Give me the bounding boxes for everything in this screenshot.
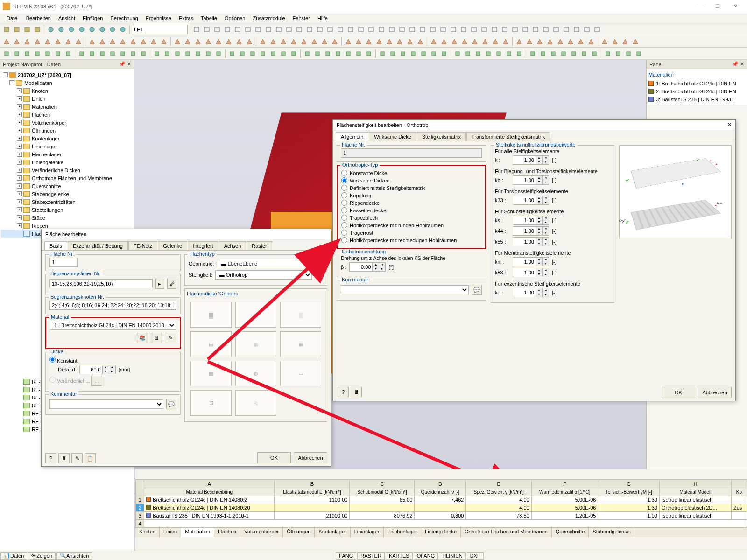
table-tab[interactable]: Flächenlager — [384, 528, 422, 537]
toolbar-button[interactable] — [620, 37, 630, 46]
ortho-radio[interactable]: Trapezblech — [341, 215, 481, 221]
toolbar-button[interactable] — [364, 49, 374, 58]
k44-spinner[interactable]: ▲▼◂▸ — [513, 226, 549, 236]
toolbar-button[interactable] — [128, 37, 138, 46]
toolbar-button[interactable] — [521, 25, 530, 34]
konstant-radio[interactable]: Konstant — [49, 357, 176, 364]
dicke-spinner[interactable]: ▲▼◂▸ — [79, 365, 116, 374]
ortho-radio[interactable]: Hohlkörperdecke mit rechteckigen Hohlräu… — [341, 237, 481, 243]
tree-item[interactable]: +Flächenlager — [1, 150, 133, 158]
tab-integriert[interactable]: Integriert — [188, 241, 218, 250]
toolbar-button[interactable] — [405, 37, 415, 46]
table-tab[interactable]: Volumenkörper — [240, 528, 283, 537]
toolbar-button[interactable] — [470, 37, 479, 46]
tree-item[interactable]: +Knotenlager — [1, 134, 133, 142]
toolbar-button[interactable] — [299, 37, 309, 46]
toolbar-button[interactable] — [590, 49, 599, 58]
thickness-thumb[interactable]: ▩ — [190, 361, 232, 386]
toolbar-button[interactable] — [610, 37, 620, 46]
toolbar-button[interactable] — [473, 49, 483, 58]
toolbar-button[interactable] — [87, 49, 97, 58]
tree-item[interactable]: +Flächen — [1, 111, 133, 119]
toolbar-button[interactable] — [77, 49, 86, 58]
begrenzungsknoten-input[interactable] — [49, 301, 176, 310]
menu-fenster[interactable]: Fenster — [289, 15, 314, 21]
tab-gelenke[interactable]: Gelenke — [158, 241, 187, 250]
ortho-radio[interactable]: Kopplung — [341, 192, 481, 198]
toolbar-button[interactable] — [344, 49, 353, 58]
toolbar-button[interactable] — [248, 49, 257, 58]
toolbar-button[interactable] — [460, 37, 469, 46]
table-tab[interactable]: Flächen — [214, 528, 240, 537]
toolbar-button[interactable] — [173, 49, 182, 58]
ortho-radio[interactable]: Trägerrost — [341, 230, 481, 236]
menu-optionen[interactable]: Optionen — [221, 15, 249, 21]
toolbar-button[interactable] — [234, 37, 244, 46]
tree-item[interactable]: +Liniengelenke — [1, 158, 133, 166]
toolbar-button[interactable] — [183, 49, 192, 58]
km-spinner[interactable]: ▲▼◂▸ — [513, 257, 549, 266]
toolbar-button[interactable] — [428, 25, 437, 34]
loadcase-combo[interactable]: LF1 — [132, 25, 188, 34]
toolbar-button[interactable] — [279, 49, 288, 58]
begrenzungslinien-input[interactable] — [49, 279, 153, 288]
calc-button[interactable]: 🖩 — [58, 453, 70, 463]
k-spinner[interactable]: ▲▼◂▸ — [513, 155, 549, 165]
toolbar-button[interactable] — [613, 49, 623, 58]
tree-item[interactable]: +Linien — [1, 95, 133, 103]
toolbar-button[interactable] — [243, 25, 253, 34]
toolbar-button[interactable] — [510, 25, 520, 34]
thickness-thumb[interactable]: ▥ — [235, 331, 276, 357]
toolbar-button[interactable] — [479, 25, 489, 34]
tree-item[interactable]: +Volumenkörper — [1, 119, 133, 126]
ks-spinner[interactable]: ▲▼◂▸ — [513, 216, 549, 225]
toolbar-button[interactable] — [429, 49, 438, 58]
snap-toggle[interactable]: HLINIEN — [439, 552, 465, 560]
k88-spinner[interactable]: ▲▼◂▸ — [513, 268, 549, 277]
toolbar-button[interactable] — [2, 25, 11, 34]
ok-button[interactable]: OK — [257, 452, 291, 463]
table-row[interactable]: 2 Brettschichtholz GL24c | DIN EN 14080:… — [136, 504, 747, 512]
thickness-thumb[interactable]: ▭ — [280, 361, 321, 386]
toolbar-button[interactable] — [398, 49, 408, 58]
menu-hilfe[interactable]: Hilfe — [314, 15, 331, 21]
close-button[interactable]: ✕ — [726, 1, 744, 12]
tab-exzentrizitaet[interactable]: Exzentrizität / Bettung — [68, 241, 128, 250]
minimize-button[interactable]: — — [691, 1, 709, 12]
toolbar-button[interactable] — [354, 49, 363, 58]
calc-button[interactable]: 🖩 — [351, 387, 362, 397]
toolbar-button[interactable] — [528, 49, 537, 58]
toolbar-button[interactable] — [274, 25, 283, 34]
toolbar-button[interactable] — [416, 37, 425, 46]
toolbar-button[interactable] — [46, 25, 56, 34]
toolbar-button[interactable] — [325, 25, 335, 34]
toolbar-button[interactable] — [289, 49, 298, 58]
kommentar-select[interactable] — [49, 399, 163, 409]
veraenderlich-radio[interactable]: Veränderlich... ... — [49, 376, 176, 386]
cancel-button[interactable]: Abbrechen — [294, 452, 327, 463]
table-row[interactable]: 1 Brettschichtholz GL24c | DIN EN 14080:… — [136, 496, 747, 504]
toolbar-button[interactable] — [128, 49, 138, 58]
toolbar-button[interactable] — [214, 37, 223, 46]
ortho-radio[interactable]: Rippendecke — [341, 200, 481, 206]
toolbar-button[interactable] — [409, 49, 418, 58]
toolbar-button[interactable] — [586, 37, 596, 46]
toolbar-button[interactable] — [224, 37, 233, 46]
toolbar-button[interactable] — [603, 49, 613, 58]
material-select[interactable]: 1 | Brettschichtholz GL24c | DIN EN 1408… — [50, 321, 176, 330]
toolbar-button[interactable] — [258, 37, 268, 46]
toolbar-button[interactable] — [374, 37, 384, 46]
toolbar-button[interactable] — [330, 37, 339, 46]
thickness-thumb[interactable]: ▤ — [190, 331, 232, 357]
toolbar-button[interactable] — [227, 49, 237, 58]
table-tab[interactable]: Öffnungen — [283, 528, 315, 537]
toolbar-button[interactable] — [152, 49, 162, 58]
toolbar-button[interactable] — [118, 25, 127, 34]
menu-zusatzmodule[interactable]: Zusatzmodule — [249, 15, 289, 21]
tree-item[interactable]: +Linienlager — [1, 142, 133, 150]
toolbar-button[interactable] — [233, 25, 242, 34]
menu-bearbeiten[interactable]: Bearbeiten — [22, 15, 55, 21]
toolbar-button[interactable] — [366, 25, 376, 34]
snap-toggle[interactable]: OFANG — [414, 552, 438, 560]
toolbar-button[interactable] — [98, 37, 107, 46]
